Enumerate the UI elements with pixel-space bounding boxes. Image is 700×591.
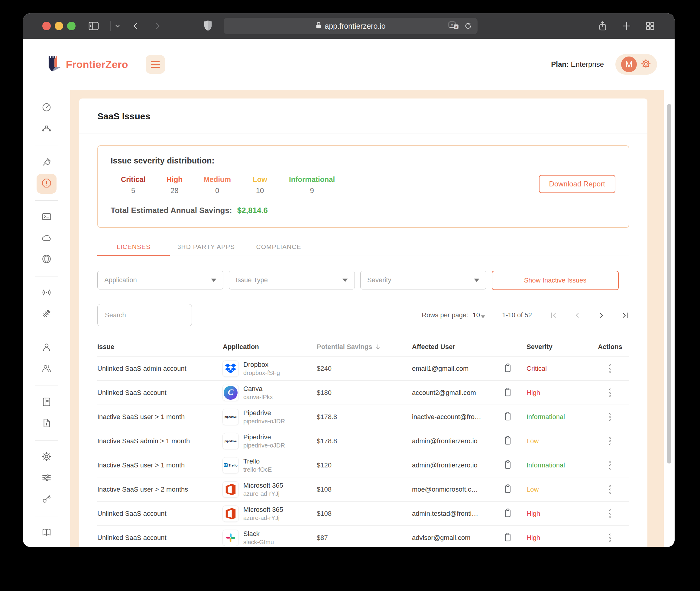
row-actions-kebab[interactable] bbox=[608, 387, 613, 399]
menu-button[interactable] bbox=[146, 55, 165, 74]
row-actions-kebab[interactable] bbox=[608, 532, 613, 544]
application-cell: Trello Trello trello-fOcE bbox=[223, 457, 317, 473]
sidebar-item-railway[interactable] bbox=[37, 304, 57, 325]
affected-user-cell: admin@frontierzero.io bbox=[412, 461, 503, 469]
sidebar-item-key[interactable] bbox=[37, 489, 57, 510]
dropdown-caret-icon bbox=[342, 278, 348, 282]
sidebar-item-cloud[interactable] bbox=[37, 228, 57, 249]
sidebar-item-user[interactable] bbox=[37, 337, 57, 358]
application-cell: C Canva canva-lPkx bbox=[223, 385, 317, 401]
potential-savings-cell: $120 bbox=[317, 461, 412, 469]
sidebar-item-gauge[interactable] bbox=[37, 97, 57, 119]
sidebar-item-globe[interactable] bbox=[37, 249, 57, 270]
application-id: pipedrive-oJDR bbox=[243, 442, 285, 449]
row-actions-kebab[interactable] bbox=[608, 508, 613, 520]
new-tab-icon[interactable] bbox=[621, 21, 632, 31]
row-actions-kebab[interactable] bbox=[608, 435, 613, 447]
column-header-affected-user[interactable]: Affected User bbox=[412, 343, 503, 351]
search-input[interactable] bbox=[97, 304, 192, 326]
application-id: azure-ad-rYJj bbox=[243, 515, 283, 522]
rows-per-page-select[interactable]: 10 bbox=[472, 311, 485, 319]
sidebar-item-users[interactable] bbox=[37, 358, 57, 380]
column-header-potential-savings[interactable]: Potential Savings bbox=[317, 343, 412, 351]
severity-stat-value: 10 bbox=[250, 186, 270, 195]
row-actions-kebab[interactable] bbox=[608, 459, 613, 471]
row-actions-kebab[interactable] bbox=[608, 363, 613, 375]
copy-clipboard-icon[interactable] bbox=[503, 484, 512, 495]
column-header-issue[interactable]: Issue bbox=[97, 343, 223, 351]
row-actions-kebab[interactable] bbox=[608, 411, 613, 423]
severity-filter-select[interactable]: Severity bbox=[360, 271, 486, 289]
sidebar-item-notebook[interactable] bbox=[37, 392, 57, 413]
tab-compliance[interactable]: COMPLIANCE bbox=[242, 238, 315, 256]
copy-clipboard-icon[interactable] bbox=[503, 436, 512, 446]
sort-desc-icon bbox=[375, 343, 381, 350]
affected-user-cell: admin.testad@fronti… bbox=[412, 510, 503, 518]
close-window-button[interactable] bbox=[42, 22, 51, 30]
share-icon[interactable] bbox=[598, 21, 608, 31]
total-savings-row: Total Estimated Annual Savings: $2,814.6 bbox=[111, 206, 616, 215]
sidebar-item-alert-octagon[interactable] bbox=[37, 174, 57, 194]
url-bar[interactable]: app.frontierzero.io Aa bbox=[224, 18, 478, 34]
zoom-window-button[interactable] bbox=[67, 22, 75, 30]
sidebar-item-workflow[interactable] bbox=[37, 119, 57, 140]
prev-page-button[interactable] bbox=[573, 311, 581, 319]
account-pill[interactable]: M bbox=[615, 54, 657, 75]
reload-icon[interactable] bbox=[464, 22, 472, 30]
download-report-button[interactable]: Download Report bbox=[539, 175, 615, 193]
table-row: Inactive SaaS user > 1 month pipedrive P… bbox=[97, 405, 629, 429]
traffic-lights bbox=[42, 22, 75, 30]
next-page-button[interactable] bbox=[597, 311, 606, 319]
issue-type-filter-select[interactable]: Issue Type bbox=[229, 271, 355, 289]
copy-clipboard-icon[interactable] bbox=[503, 387, 512, 398]
first-page-button[interactable] bbox=[550, 311, 558, 319]
pipedrive-icon: pipedrive bbox=[223, 409, 239, 425]
tab-3rd-party-apps[interactable]: 3RD PARTY APPS bbox=[170, 238, 242, 256]
back-button[interactable] bbox=[131, 21, 140, 30]
severity-cell: Low bbox=[526, 437, 591, 445]
copy-clipboard-icon[interactable] bbox=[503, 460, 512, 470]
chevron-down-icon[interactable] bbox=[114, 23, 121, 29]
scrollbar-track[interactable] bbox=[664, 90, 675, 547]
sidebar-item-terminal[interactable] bbox=[37, 207, 57, 228]
slack-icon bbox=[223, 530, 239, 546]
table-row: Unlinked SaaS account Microsoft 365 azur… bbox=[97, 502, 629, 526]
column-header-application[interactable]: Application bbox=[223, 343, 317, 351]
sidebar-item-plug[interactable] bbox=[37, 152, 57, 173]
row-actions-kebab[interactable] bbox=[608, 483, 613, 496]
scrollbar-thumb[interactable] bbox=[667, 104, 671, 463]
sidebar-item-book[interactable] bbox=[37, 522, 57, 543]
tab-overview-icon[interactable] bbox=[645, 21, 655, 31]
dropbox-icon bbox=[223, 361, 239, 377]
application-name: Dropbox bbox=[243, 361, 280, 369]
application-cell: pipedrive Pipedrive pipedrive-oJDR bbox=[223, 409, 317, 425]
translate-icon[interactable]: Aa bbox=[449, 21, 459, 31]
copy-clipboard-icon[interactable] bbox=[503, 508, 512, 519]
severity-cell: High bbox=[526, 510, 591, 518]
show-inactive-issues-button[interactable]: Show Inactive Issues bbox=[492, 271, 619, 290]
application-filter-select[interactable]: Application bbox=[97, 271, 224, 289]
severity-stat-low: Low 10 bbox=[250, 175, 270, 195]
copy-clipboard-icon[interactable] bbox=[503, 363, 512, 374]
dropdown-caret-icon bbox=[474, 278, 480, 282]
severity-cell: High bbox=[526, 389, 591, 397]
sidebar-item-file-info[interactable] bbox=[37, 413, 57, 434]
tab-licenses[interactable]: LICENSES bbox=[97, 238, 170, 256]
column-header-severity[interactable]: Severity bbox=[526, 343, 591, 351]
gear-icon bbox=[42, 451, 52, 463]
minimize-window-button[interactable] bbox=[55, 22, 63, 30]
microsoft365-icon bbox=[223, 506, 239, 522]
brand-name: FrontierZero bbox=[66, 59, 128, 70]
settings-gear-icon[interactable] bbox=[640, 58, 651, 70]
sidebar-item-broadcast[interactable] bbox=[37, 282, 57, 304]
sidebar-divider bbox=[35, 200, 58, 201]
avatar[interactable]: M bbox=[621, 57, 637, 72]
sidebar-item-sliders[interactable] bbox=[37, 468, 57, 489]
copy-clipboard-icon[interactable] bbox=[503, 532, 512, 543]
forward-button[interactable] bbox=[153, 21, 162, 30]
shield-icon[interactable] bbox=[203, 20, 213, 32]
copy-clipboard-icon[interactable] bbox=[503, 411, 512, 422]
last-page-button[interactable] bbox=[621, 311, 629, 319]
sidebar-toggle-icon[interactable] bbox=[88, 21, 99, 31]
sidebar-item-gear[interactable] bbox=[37, 447, 57, 468]
